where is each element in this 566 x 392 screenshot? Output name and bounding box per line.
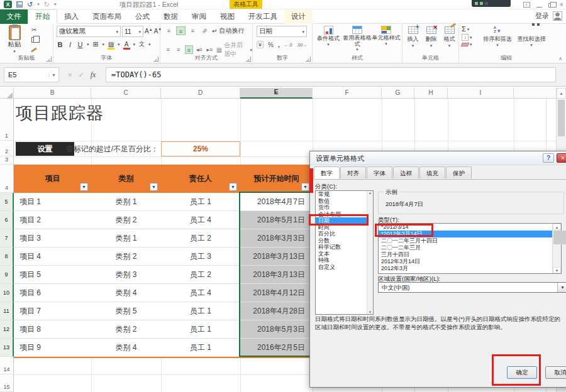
copy-icon[interactable] [29, 36, 39, 44]
dialog-title[interactable]: 设置单元格格式 [310, 151, 566, 165]
dialog-tab[interactable]: 边框 [393, 166, 419, 178]
type-item[interactable]: 2012年3月 [379, 265, 552, 272]
style-button[interactable]: 单元格样式 ▾ [372, 25, 401, 52]
column-header[interactable]: E [240, 88, 313, 99]
grow-font-icon[interactable]: A▲ [145, 28, 153, 35]
cell-category[interactable]: 类别 1 [91, 193, 161, 210]
undo-caret-icon[interactable]: ▾ [37, 2, 40, 7]
category-item[interactable]: 自定义 [316, 264, 373, 271]
cells-button[interactable]: 插入 ▾ [404, 25, 422, 48]
category-item[interactable]: 数值 [316, 198, 373, 205]
wrap-text-button[interactable]: ↵自动换行 [212, 26, 244, 35]
column-header[interactable]: I [448, 88, 514, 99]
select-all-corner[interactable] [0, 88, 14, 99]
cell-owner[interactable]: 员工 1 [161, 193, 240, 210]
dialog-tab[interactable]: 对齐 [340, 166, 366, 178]
cell-start-date[interactable]: 2018年3月13日 [240, 266, 313, 283]
category-item[interactable]: 时间 [316, 224, 373, 231]
ribbon-tab[interactable]: 插入 [57, 9, 86, 24]
cell-category[interactable]: 类别 1 [91, 229, 161, 247]
row-header[interactable]: 1 [0, 99, 14, 141]
qat-customize-icon[interactable]: ▾ [54, 2, 57, 7]
fill-color-icon[interactable]: ▨ [108, 41, 114, 48]
cell-start-date[interactable]: 2018年4月12日 [240, 284, 313, 302]
column-header[interactable]: F [313, 88, 382, 99]
type-item[interactable]: 二〇一二年三月 [379, 244, 552, 251]
ribbon-tab[interactable]: 数据 [157, 9, 185, 24]
cell-project[interactable]: 项目 7 [14, 302, 91, 320]
cell-start-date[interactable]: 2018年5月1日 [240, 211, 313, 229]
category-item[interactable]: 百分比 [316, 231, 373, 237]
row-header[interactable]: 3 [0, 156, 14, 165]
cell-project[interactable]: 项目 2 [14, 211, 91, 229]
row-header[interactable]: 10 [0, 284, 14, 302]
cell-project[interactable]: 项目 8 [14, 320, 91, 338]
cell-category[interactable]: 类别 3 [91, 266, 161, 283]
type-item[interactable]: 2012年3月14日 [379, 258, 552, 265]
bold-button[interactable]: B [57, 41, 64, 48]
column-header[interactable]: G [382, 88, 414, 99]
cell-start-date[interactable]: 2018年5月3日 [240, 320, 313, 338]
ribbon-tab[interactable]: 开始 [28, 9, 57, 24]
cell-category[interactable]: 类别 2 [91, 211, 161, 229]
column-header[interactable]: H [414, 88, 448, 99]
category-item[interactable]: 分数 [316, 237, 373, 244]
ribbon-tab[interactable]: 审阅 [185, 9, 213, 24]
name-box[interactable]: E5 ▼ [4, 67, 59, 82]
row-header[interactable]: 7 [0, 229, 14, 248]
close-button[interactable]: × [560, 0, 563, 9]
format-painter-icon[interactable] [29, 46, 39, 54]
column-header[interactable]: D [161, 88, 240, 99]
formula-input[interactable]: =TODAY()-65 [106, 67, 556, 82]
minimize-button[interactable] [536, 7, 542, 8]
cell-start-date[interactable]: 2018年4月7日 [240, 193, 313, 210]
row-header[interactable]: 9 [0, 266, 14, 284]
cell-owner[interactable]: 员工 3 [161, 248, 240, 265]
align-middle-icon[interactable]: ≡ [176, 26, 186, 35]
editing-button[interactable]: AZ▼ 排序和筛选 ▾ [480, 25, 514, 47]
dialog-launcher-icon[interactable] [306, 57, 311, 62]
table-header-cell[interactable]: 责任人 ▼ [161, 165, 240, 193]
insert-function-icon[interactable]: fx [91, 70, 96, 80]
file-tab[interactable]: 文件 [0, 9, 28, 24]
dialog-tab[interactable]: 数字 [314, 166, 340, 180]
cell-category[interactable]: 类别 5 [91, 302, 161, 320]
cell-owner[interactable]: 员工 2 [161, 266, 240, 283]
underline-button[interactable]: U [77, 41, 84, 48]
decrease-decimal-icon[interactable]: .00→ [297, 43, 308, 47]
ribbon-tab[interactable]: 公式 [128, 9, 157, 24]
cell-owner[interactable]: 员工 1 [161, 320, 240, 338]
filter-dropdown-icon[interactable]: ▼ [150, 183, 158, 191]
scrollbar-thumb[interactable] [558, 100, 565, 136]
increase-indent-icon[interactable]: ▸≡ [206, 45, 213, 54]
column-header[interactable]: B [14, 88, 91, 99]
cell-category[interactable]: 类别 4 [91, 284, 161, 302]
row-header[interactable]: 15 [0, 374, 14, 392]
cell-owner[interactable]: 员工 4 [161, 284, 240, 302]
threshold-value-cell[interactable]: 25% [161, 141, 240, 156]
ribbon-display-options-icon[interactable]: ∧ [523, 2, 530, 8]
cell-project[interactable]: 项目 1 [14, 193, 91, 210]
cancel-button[interactable]: 取消 [545, 366, 566, 379]
row-header[interactable]: 8 [0, 248, 14, 266]
redo-icon[interactable]: ↻ [44, 1, 50, 8]
row-header[interactable]: 13 [0, 339, 14, 357]
dialog-launcher-icon[interactable] [246, 57, 251, 62]
ok-button[interactable]: 确定 [507, 366, 537, 379]
ribbon-tab[interactable]: 视图 [213, 9, 241, 24]
cell-project[interactable]: 项目 4 [14, 248, 91, 265]
category-item[interactable]: 会计专用 [316, 211, 373, 218]
filter-dropdown-icon[interactable]: ▼ [80, 183, 88, 191]
align-center-icon[interactable]: ≡ [174, 45, 182, 54]
fill-icon[interactable]: ↓ [462, 34, 469, 41]
cell-project[interactable]: 项目 3 [14, 229, 91, 247]
cell-start-date[interactable]: 2016年2月5日 [240, 339, 313, 356]
dialog-launcher-icon[interactable] [47, 57, 52, 62]
save-icon[interactable] [16, 1, 23, 8]
dialog-tab[interactable]: 保护 [446, 166, 472, 178]
dialog-close-button[interactable]: × [557, 153, 566, 163]
cell-start-date[interactable]: 2018年4月28日 [240, 302, 313, 320]
collapse-ribbon-icon[interactable]: ∧ [558, 56, 562, 62]
cell-project[interactable]: 项目 6 [14, 284, 91, 302]
cells-button[interactable]: 删除 ▾ [422, 25, 440, 48]
